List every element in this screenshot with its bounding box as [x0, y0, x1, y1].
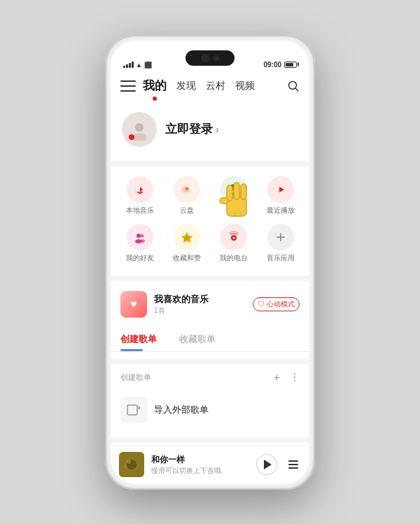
quick-row-1: 本地音乐 云盘 [111, 176, 309, 215]
playlist-info: 我喜欢的音乐 1首 [154, 293, 246, 316]
player-info: 和你一样 慢滑可以切换上下首哦 [151, 454, 249, 476]
friends-icon [127, 224, 153, 250]
import-playlist-item[interactable]: 导入外部歌单 [120, 390, 300, 430]
wifi-icon: ▲ [136, 62, 142, 69]
play-icon [264, 460, 272, 469]
playlist-thumbnail[interactable]: ♥ [120, 291, 147, 318]
playlist-title: 我喜欢的音乐 [154, 293, 246, 306]
cloud-label: 云盘 [180, 206, 194, 215]
quick-item-local-music[interactable]: 本地音乐 [120, 176, 160, 215]
quick-item-favorites[interactable]: 收藏和赞 [167, 224, 207, 263]
playlist-header: ♥ 我喜欢的音乐 1首 ♡ 心动模式 [120, 291, 300, 318]
svg-point-12 [140, 234, 144, 237]
tab-village[interactable]: 云村 [206, 80, 225, 92]
tab-video[interactable]: 视频 [235, 80, 255, 92]
local-music-label: 本地音乐 [126, 206, 154, 215]
notification-dot [129, 134, 134, 140]
svg-line-1 [295, 88, 298, 91]
quick-item-purchased[interactable]: 已购 [214, 176, 254, 215]
login-prompt[interactable]: 立即登录 › [165, 121, 219, 137]
quick-item-music-apps[interactable]: 音乐应用 [260, 224, 301, 263]
radio-label: 我的电台 [220, 254, 248, 263]
create-list-title: 创建歌单 [120, 372, 151, 383]
playlist-tabs: 创建歌单 收藏歌单 [111, 327, 309, 352]
quick-item-cloud[interactable]: 云盘 [167, 176, 207, 215]
music-apps-label: 音乐应用 [267, 254, 295, 263]
favorites-icon [174, 224, 200, 250]
list-header-actions: + ⋮ [274, 371, 300, 384]
tab-collect-playlist[interactable]: 收藏歌单 [168, 327, 227, 351]
camera-dot-main [201, 54, 209, 62]
xindong-badge[interactable]: ♡ 心动模式 [253, 297, 300, 311]
search-button[interactable] [287, 80, 300, 92]
svg-marker-15 [181, 232, 192, 243]
purchased-icon [220, 176, 247, 203]
radio-icon [220, 224, 247, 250]
menu-button[interactable] [120, 80, 136, 92]
svg-point-31 [127, 460, 131, 464]
camera-notch [186, 50, 234, 66]
tab-create-playlist[interactable]: 创建歌单 [120, 327, 168, 351]
quick-item-recent[interactable]: 最近播放 [260, 176, 301, 215]
camera-indicator: ⬛ [144, 62, 152, 69]
signal-icon [123, 62, 134, 68]
status-left: ▲ ⬛ [123, 62, 152, 69]
player-title: 和你一样 [151, 454, 249, 466]
time-display: 09:00 [263, 61, 281, 69]
recent-play-icon [267, 176, 294, 203]
playlist-section: ♥ 我喜欢的音乐 1首 ♡ 心动模式 创建歌单 收藏歌单 [111, 281, 309, 359]
phone-screen: ▲ ⬛ 09:00 我的 发现 云村 视频 [111, 41, 309, 484]
more-options-button[interactable]: ⋮ [290, 371, 300, 384]
playlist-button[interactable] [286, 460, 301, 469]
cloud-icon [174, 176, 200, 203]
login-text: 立即登录 [165, 121, 213, 137]
quick-item-radio[interactable]: 我的电台 [214, 224, 254, 263]
player-subtitle: 慢滑可以切换上下首哦 [151, 466, 249, 476]
svg-point-3 [132, 133, 146, 141]
import-icon [120, 397, 147, 423]
svg-point-14 [140, 239, 145, 243]
main-content: 立即登录 › [111, 101, 309, 445]
quick-row-2: 我的好友 收藏和赞 [111, 224, 309, 263]
svg-point-11 [136, 234, 141, 238]
svg-rect-20 [127, 405, 137, 415]
menu-line [120, 85, 136, 87]
import-text: 导入外部歌单 [154, 404, 209, 416]
avatar[interactable] [122, 112, 157, 147]
tab-my[interactable]: 我的 [143, 78, 167, 94]
svg-point-8 [228, 184, 239, 195]
battery-fill [286, 63, 293, 66]
recent-label: 最近播放 [267, 206, 295, 215]
create-list-header: 创建歌单 + ⋮ [120, 371, 300, 384]
local-music-icon [127, 176, 153, 203]
phone-shell: ▲ ⬛ 09:00 我的 发现 云村 视频 [105, 35, 315, 490]
battery-icon [284, 62, 297, 68]
svg-point-17 [232, 236, 234, 239]
purchased-label: 已购 [227, 206, 241, 215]
create-list-section: 创建歌单 + ⋮ 导入外部歌单 [111, 364, 309, 437]
xindong-badge-text: ♡ 心动模式 [258, 299, 295, 309]
nav-tabs: 我的 发现 云村 视频 [111, 71, 309, 101]
favorites-label: 收藏和赞 [173, 254, 201, 263]
heart-icon: ♥ [130, 298, 137, 311]
quick-item-friends[interactable]: 我的好友 [120, 224, 160, 263]
friends-label: 我的好友 [126, 254, 154, 263]
add-playlist-button[interactable]: + [274, 371, 280, 384]
svg-text:♪: ♪ [123, 462, 127, 469]
profile-section: 立即登录 › [111, 101, 309, 161]
playlist-count: 1首 [154, 306, 246, 316]
music-apps-icon [267, 224, 294, 250]
menu-line [120, 90, 136, 92]
svg-point-2 [135, 123, 144, 132]
player-cover: ♪ [119, 452, 144, 477]
player-bar: ♪ 和你一样 慢滑可以切换上下首哦 [111, 445, 309, 484]
status-right: 09:00 [263, 61, 297, 69]
camera-dot-secondary [214, 55, 219, 61]
player-controls [256, 454, 301, 475]
play-button[interactable] [256, 454, 277, 475]
login-arrow: › [216, 124, 219, 135]
quick-actions: 本地音乐 云盘 [111, 167, 309, 276]
tab-discover[interactable]: 发现 [176, 80, 196, 92]
menu-line [120, 80, 136, 82]
